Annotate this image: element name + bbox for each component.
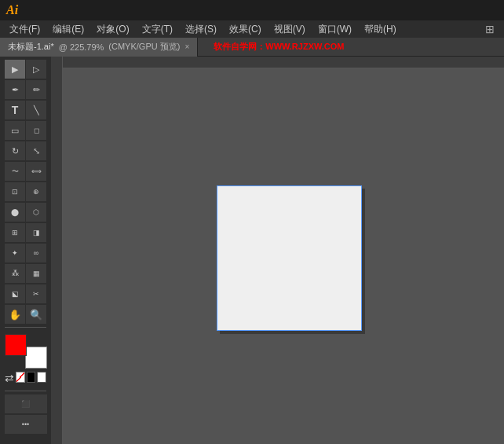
tool-row-13: ✋ 🔍 <box>2 305 49 324</box>
free-transform-tool[interactable]: ⊡ <box>5 182 25 201</box>
menu-edit[interactable]: 编辑(E) <box>46 21 90 38</box>
direct-selection-tool[interactable]: ▷ <box>26 60 46 79</box>
tool-row-more: ••• <box>2 415 49 434</box>
color-swatches <box>5 334 47 369</box>
eyedropper-tool[interactable]: ✦ <box>5 244 25 262</box>
zoom-tool[interactable]: 🔍 <box>26 305 46 324</box>
rotate-tool[interactable]: ↻ <box>5 141 25 160</box>
tool-row-10: ✦ ∞ <box>2 244 49 262</box>
toolbar: ▶ ▷ ✒ ✏ T ╲ ▭ ◻ ↻ ⤡ 〜 ⟺ ⊡ ⊕ ⬤ ⬡ <box>0 57 51 444</box>
eraser-tool[interactable]: ◻ <box>26 121 46 140</box>
tab-color-mode: (CMYK/GPU 预览) <box>108 41 180 53</box>
rectangle-tool[interactable]: ▭ <box>5 121 25 140</box>
tab-zoom: @ 225.79% <box>59 42 104 52</box>
menu-text[interactable]: 文字(T) <box>136 21 179 38</box>
toolbar-separator-1 <box>5 327 46 328</box>
menu-select[interactable]: 选择(S) <box>179 21 223 38</box>
white-swatch[interactable] <box>37 372 46 383</box>
title-bar: Ai <box>0 0 504 20</box>
width-tool[interactable]: ⟺ <box>26 162 46 181</box>
watermark-text: 软件自学网：WWW.RJZXW.COM <box>214 41 344 53</box>
shape-builder-tool[interactable]: ⊕ <box>26 182 46 201</box>
artboard-tool[interactable]: ⬕ <box>5 284 25 303</box>
warp-tool[interactable]: 〜 <box>5 162 25 181</box>
symbol-sprayer-tool[interactable]: ⁂ <box>5 264 25 283</box>
menu-effect[interactable]: 效果(C) <box>223 21 268 38</box>
selection-tool[interactable]: ▶ <box>5 60 25 79</box>
main-area: ▶ ▷ ✒ ✏ T ╲ ▭ ◻ ↻ ⤡ 〜 ⟺ ⊡ ⊕ ⬤ ⬡ <box>0 57 504 444</box>
column-graph-tool[interactable]: ▦ <box>26 264 46 283</box>
tool-row-5: ↻ ⤡ <box>2 141 49 160</box>
document-tab[interactable]: 未标题-1.ai* @ 225.79% (CMYK/GPU 预览) × <box>0 38 198 57</box>
swatch-mini-row: ⇄ <box>5 372 46 384</box>
tool-row-12: ⬕ ✂ <box>2 284 49 303</box>
app-logo: Ai <box>6 3 18 17</box>
tool-row-screen-mode: ⬛ <box>2 394 49 413</box>
pen-tool[interactable]: ✒ <box>5 80 25 99</box>
tool-row-11: ⁂ ▦ <box>2 264 49 283</box>
menu-file[interactable]: 文件(F) <box>3 21 46 38</box>
menu-help[interactable]: 帮助(H) <box>358 21 403 38</box>
document-canvas <box>217 185 362 331</box>
pencil-tool[interactable]: ✏ <box>26 80 46 99</box>
live-paint-tool[interactable]: ⬤ <box>5 203 25 222</box>
tool-row-2: ✒ ✏ <box>2 80 49 99</box>
canvas-area[interactable] <box>51 57 504 444</box>
workspace-switcher[interactable]: ⊞ <box>485 23 501 35</box>
tool-row-1: ▶ ▷ <box>2 60 49 79</box>
foreground-color-swatch[interactable] <box>5 334 27 356</box>
black-swatch[interactable] <box>27 372 36 383</box>
more-tools-button[interactable]: ••• <box>5 415 47 434</box>
blend-tool[interactable]: ∞ <box>26 244 46 262</box>
perspective-tool[interactable]: ⬡ <box>26 203 46 222</box>
tool-row-8: ⬤ ⬡ <box>2 203 49 222</box>
tool-row-6: 〜 ⟺ <box>2 162 49 181</box>
scale-tool[interactable]: ⤡ <box>26 141 46 160</box>
color-area: ⇄ <box>2 331 49 387</box>
tool-row-3: T ╲ <box>2 101 49 119</box>
toolbar-separator-2 <box>5 391 46 391</box>
horizontal-ruler <box>51 57 504 68</box>
tab-title: 未标题-1.ai* <box>8 41 54 53</box>
none-swatch[interactable] <box>16 372 25 383</box>
tab-bar: 未标题-1.ai* @ 225.79% (CMYK/GPU 预览) × 软件自学… <box>0 38 504 57</box>
menu-window[interactable]: 窗口(W) <box>312 21 358 38</box>
screen-mode-button[interactable]: ⬛ <box>5 394 47 413</box>
menu-object[interactable]: 对象(O) <box>90 21 135 38</box>
document-page <box>217 185 362 331</box>
line-tool[interactable]: ╲ <box>26 101 46 119</box>
gradient-tool[interactable]: ◨ <box>26 223 46 242</box>
tool-row-4: ▭ ◻ <box>2 121 49 140</box>
slice-tool[interactable]: ✂ <box>26 284 46 303</box>
tool-row-9: ⊞ ◨ <box>2 223 49 242</box>
menu-bar: 文件(F) 编辑(E) 对象(O) 文字(T) 选择(S) 效果(C) 视图(V… <box>0 20 504 38</box>
mesh-tool[interactable]: ⊞ <box>5 223 25 242</box>
tab-close-button[interactable]: × <box>184 42 189 51</box>
menu-view[interactable]: 视图(V) <box>268 21 312 38</box>
type-tool[interactable]: T <box>5 101 25 119</box>
background-color-swatch[interactable] <box>25 347 47 369</box>
tool-row-7: ⊡ ⊕ <box>2 182 49 201</box>
vertical-ruler <box>51 57 63 444</box>
hand-tool[interactable]: ✋ <box>5 305 25 324</box>
swap-colors-icon[interactable]: ⇄ <box>5 372 14 384</box>
